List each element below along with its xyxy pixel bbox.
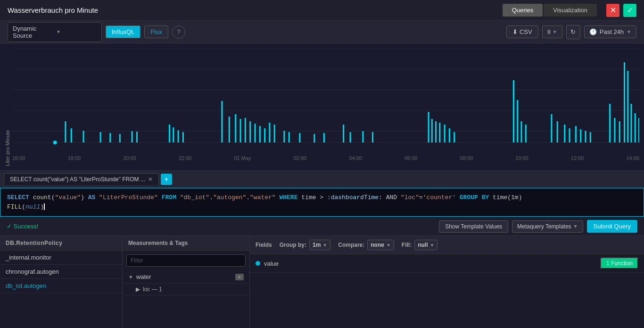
csv-label: CSV <box>520 28 532 35</box>
svg-rect-65 <box>619 121 620 143</box>
pause-label: II <box>547 28 551 35</box>
measurements-header: Measurements & Tags <box>123 236 249 251</box>
svg-rect-13 <box>71 128 72 143</box>
svg-rect-60 <box>580 129 581 143</box>
svg-rect-48 <box>444 125 446 143</box>
svg-rect-28 <box>245 118 246 143</box>
group-by-value: 1m <box>313 242 321 248</box>
query-tab-1[interactable]: SELECT count("value") AS "LiterProStunde… <box>4 173 159 185</box>
svg-rect-53 <box>520 121 522 143</box>
header-tabs: Queries Visualization <box>503 4 597 17</box>
refresh-icon: ↻ <box>570 28 576 35</box>
svg-rect-64 <box>614 118 615 143</box>
refresh-button[interactable]: ↻ <box>566 25 580 39</box>
x-axis: 16:00 18:00 20:00 22:00 01 May 02:00 04:… <box>12 153 639 161</box>
field-item-value: value 1 Function <box>250 254 644 273</box>
fill-control: Fill: null ▼ <box>402 240 438 250</box>
svg-rect-57 <box>564 125 565 143</box>
svg-rect-17 <box>119 134 121 143</box>
query-section: SELECT count("value") AS "LiterProStunde… <box>0 171 644 217</box>
compare-chevron-icon: ▼ <box>386 243 391 248</box>
csv-button[interactable]: ⬇ CSV <box>506 25 538 38</box>
code-editor[interactable]: SELECT count("value") AS "LiterProStunde… <box>0 188 644 217</box>
db-item-label: _internal.monitor <box>6 254 51 261</box>
x-tick: 12:00 <box>571 155 584 161</box>
pause-button[interactable]: II ▼ <box>542 25 562 38</box>
help-button[interactable]: ? <box>172 25 185 39</box>
field-dot-icon <box>256 261 260 266</box>
source-dropdown[interactable]: Dynamic Source ▼ <box>8 22 102 42</box>
group-by-select[interactable]: 1m ▼ <box>309 240 330 250</box>
chart-svg: 10 8 6 4 2 0 <box>12 48 639 152</box>
influxql-button[interactable]: InfluxQL <box>106 25 140 38</box>
svg-rect-43 <box>372 132 373 143</box>
svg-rect-20 <box>169 125 170 143</box>
close-button[interactable]: ✕ <box>606 4 619 17</box>
svg-rect-35 <box>283 131 285 143</box>
svg-rect-41 <box>350 132 351 143</box>
svg-rect-70 <box>638 118 639 143</box>
toolbar-right: ⬇ CSV II ▼ ↻ 🕐 Past 24h ▼ <box>506 25 636 39</box>
equals-badge[interactable]: = <box>235 274 244 280</box>
svg-rect-58 <box>569 128 570 143</box>
db-panel-header: DB.RetentionPolicy <box>0 236 122 251</box>
fill-label: Fill: <box>402 242 412 248</box>
svg-rect-67 <box>627 71 628 143</box>
status-actions: Show Template Values Metaquery Templates… <box>439 220 637 233</box>
svg-rect-44 <box>428 112 429 143</box>
header: Wasserverbrauch pro Minute Queries Visua… <box>0 0 644 21</box>
query-tabs: SELECT count("value") AS "LiterProStunde… <box>0 171 644 188</box>
svg-rect-18 <box>132 131 133 143</box>
time-range-selector[interactable]: 🕐 Past 24h ▼ <box>584 25 636 38</box>
svg-rect-55 <box>551 114 552 143</box>
collapse-arrow-icon: ▼ <box>128 274 133 280</box>
svg-point-71 <box>53 141 57 144</box>
svg-rect-23 <box>182 132 184 143</box>
db-item-internal[interactable]: _internal.monitor <box>0 251 122 265</box>
compare-label: Compare: <box>338 242 364 248</box>
flux-button[interactable]: Flux <box>144 25 168 38</box>
metaquery-button[interactable]: Metaquery Templates ▼ <box>512 220 583 233</box>
y-axis-label: Liter pro Minute <box>5 48 10 166</box>
svg-rect-16 <box>109 133 111 143</box>
svg-rect-47 <box>439 123 440 143</box>
sub-item-loc[interactable]: ▶ loc — 1 <box>123 284 249 295</box>
measurement-item-water[interactable]: ▼ water = <box>123 270 249 284</box>
fields-label: Fields <box>256 242 272 248</box>
code-line-2: FILL(null) <box>7 202 637 212</box>
show-template-button[interactable]: Show Template Values <box>439 220 508 233</box>
svg-rect-26 <box>235 114 236 143</box>
source-label: Dynamic Source <box>13 25 53 39</box>
confirm-button[interactable]: ✓ <box>623 4 636 17</box>
x-tick: 14:00 <box>626 155 639 161</box>
fill-chevron-icon: ▼ <box>430 243 435 248</box>
pause-chevron-icon: ▼ <box>553 29 557 34</box>
add-query-button[interactable]: + <box>161 174 172 185</box>
metaquery-label: Metaquery Templates <box>517 223 571 230</box>
svg-rect-15 <box>100 132 101 143</box>
x-tick: 10:00 <box>515 155 528 161</box>
tab-queries[interactable]: Queries <box>503 4 543 17</box>
svg-rect-12 <box>65 121 66 143</box>
db-item-label: chronograf.autogen <box>6 268 59 275</box>
svg-rect-25 <box>229 117 230 143</box>
db-item-iot[interactable]: db_iot.autogen <box>0 279 122 293</box>
x-tick: 16:00 <box>12 155 25 161</box>
svg-rect-51 <box>513 80 514 143</box>
fill-select[interactable]: null ▼ <box>414 240 438 250</box>
tab-visualization[interactable]: Visualization <box>544 4 597 17</box>
function-badge[interactable]: 1 Function <box>601 258 638 269</box>
svg-rect-49 <box>449 128 450 143</box>
svg-rect-33 <box>269 123 270 143</box>
svg-rect-45 <box>431 119 433 143</box>
measurement-left: ▼ water <box>128 273 151 280</box>
svg-rect-42 <box>362 131 363 143</box>
filter-input[interactable] <box>126 254 246 267</box>
close-query-icon[interactable]: ✕ <box>148 176 153 183</box>
submit-query-button[interactable]: Submit Query <box>587 220 637 233</box>
svg-rect-59 <box>575 126 577 143</box>
svg-rect-46 <box>435 121 437 143</box>
db-item-chronograf[interactable]: chronograf.autogen <box>0 265 122 279</box>
svg-rect-40 <box>343 125 344 143</box>
compare-select[interactable]: none ▼ <box>367 240 394 250</box>
